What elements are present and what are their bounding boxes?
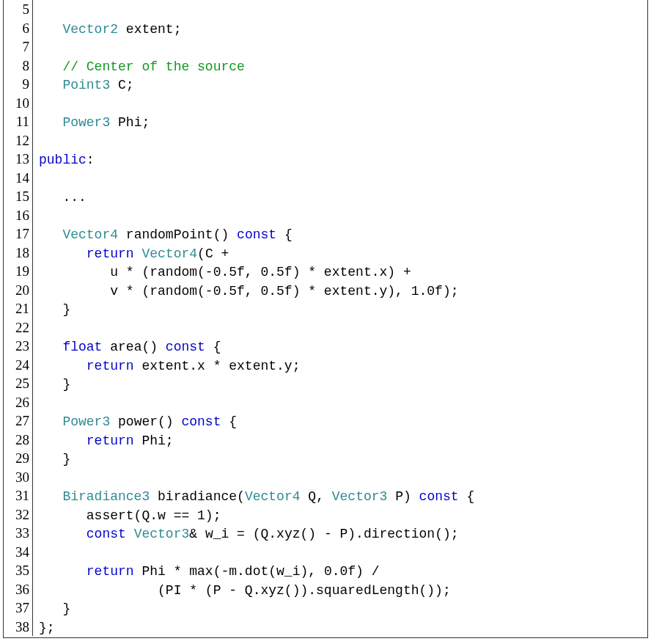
ident: extent [126, 22, 174, 37]
line-number: 34 [4, 543, 33, 562]
ident: Phi [118, 115, 141, 130]
ident: extent.x * extent.y; [141, 359, 300, 373]
ident: w_i = (Q.xyz() - P).direction(); [205, 527, 459, 541]
code-content: }; [33, 619, 55, 638]
indent [39, 284, 110, 299]
code-content: u * (random(-0.5f, 0.5f) * extent.x) + [33, 263, 411, 282]
indent [39, 452, 62, 466]
line-number: 14 [4, 169, 33, 188]
indent [39, 489, 62, 504]
code-content: Vector4 randomPoint() const { [33, 226, 293, 245]
ident: (PI * (P - Q.xyz()).squaredLength()); [158, 583, 451, 598]
code-line: 36 (PI * (P - Q.xyz()).squaredLength()); [4, 580, 647, 599]
punct: ( [237, 489, 245, 504]
code-content: const Vector3& w_i = (Q.xyz() - P).direc… [33, 525, 459, 544]
code-line: 21 } [4, 299, 647, 318]
code-content: Biradiance3 biradiance(Vector4 Q, Vector… [33, 488, 474, 507]
code-content: } [33, 376, 70, 395]
ident: C + [205, 246, 229, 261]
indent [39, 359, 87, 373]
code-content: Vector2 extent; [33, 21, 181, 40]
punct: ) [403, 489, 419, 504]
code-content: float area() const { [33, 338, 221, 357]
ident: Phi * max(-m.dot(w_i), 0.0f) / [141, 564, 379, 579]
line-number: 15 [4, 187, 33, 206]
keyword: const [87, 527, 126, 541]
code-line: 35 return Phi * max(-m.dot(w_i), 0.0f) / [4, 561, 647, 580]
code-line: 29 } [4, 449, 647, 468]
type: Vector3 [134, 527, 190, 541]
code-line: 23 float area() const { [4, 337, 647, 356]
line-number: 12 [4, 131, 33, 150]
indent [39, 583, 158, 598]
space [134, 433, 142, 448]
line-number: 18 [4, 244, 33, 263]
punct: ; [126, 78, 134, 92]
punct: }; [39, 621, 55, 635]
type: Point3 [62, 78, 110, 92]
line-number: 13 [4, 150, 33, 169]
code-content: return Vector4(C + [33, 245, 229, 264]
space [102, 340, 110, 354]
line-number: 10 [4, 94, 33, 113]
punct: , [316, 489, 332, 504]
punct: } [62, 302, 70, 317]
indent [39, 564, 87, 579]
indent [39, 527, 87, 541]
code-content: } [33, 301, 70, 320]
space [118, 22, 126, 37]
keyword: const [181, 414, 221, 429]
punct: ( [197, 246, 205, 261]
code-line: 19 u * (random(-0.5f, 0.5f) * extent.x) … [4, 262, 647, 281]
indent [39, 601, 62, 616]
indent [39, 246, 87, 261]
space [134, 359, 142, 373]
indent [39, 190, 62, 205]
space [110, 115, 118, 130]
line-number: 29 [4, 449, 33, 468]
code-line: 30 [4, 468, 647, 487]
indent [39, 59, 62, 74]
ident: v * (random(-0.5f, 0.5f) * extent.y), 1.… [110, 284, 458, 299]
ident: area [110, 340, 141, 354]
code-line: 17 Vector4 randomPoint() const { [4, 224, 647, 244]
code-line: 5 [4, 0, 647, 19]
punct: { [459, 489, 475, 504]
line-number: 19 [4, 262, 33, 281]
code-content: public: [33, 151, 95, 170]
keyword: return [87, 564, 134, 579]
ident: Phi; [141, 433, 173, 448]
code-line: 27 Power3 power() const { [4, 411, 647, 431]
line-number: 25 [4, 374, 33, 393]
code-line: 16 [4, 206, 647, 225]
code-line: 13 public: [4, 150, 647, 169]
ident: u * (random(-0.5f, 0.5f) * extent.x) + [110, 265, 411, 279]
indent [39, 78, 62, 92]
line-number: 28 [4, 431, 33, 450]
code-line: 15 ... [4, 187, 647, 206]
code-line: 6 Vector2 extent; [4, 19, 647, 38]
type: Biradiance3 [62, 489, 150, 504]
punct: } [62, 452, 70, 466]
line-number: 27 [4, 411, 33, 431]
line-number: 11 [4, 112, 33, 131]
keyword: float [62, 340, 102, 354]
type: Vector4 [245, 489, 301, 504]
space [118, 227, 126, 242]
code-line: 32 assert(Q.w == 1); [4, 505, 647, 524]
code-line: 33 const Vector3& w_i = (Q.xyz() - P).di… [4, 524, 647, 543]
code-line: 34 [4, 543, 647, 562]
keyword: const [166, 340, 205, 354]
code-line: 26 [4, 393, 647, 412]
indent [39, 302, 62, 317]
code-line: 12 [4, 131, 647, 150]
punct: () [213, 227, 237, 242]
punct: ; [174, 22, 182, 37]
punct: () [141, 340, 165, 354]
code-line: 24 return extent.x * extent.y; [4, 356, 647, 375]
ident: C [118, 78, 126, 92]
line-number: 17 [4, 224, 33, 244]
line-number: 38 [4, 618, 33, 637]
space [134, 246, 142, 261]
type: Vector3 [332, 489, 388, 504]
